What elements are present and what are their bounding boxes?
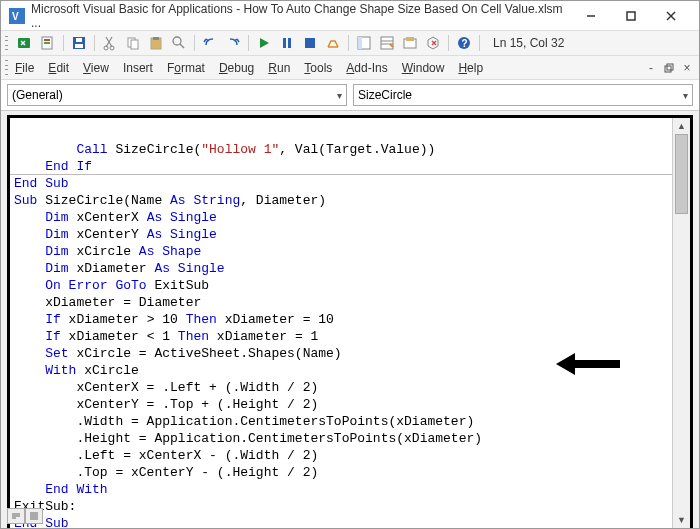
svg-rect-34 [665, 66, 671, 72]
separator [63, 35, 64, 51]
separator [94, 35, 95, 51]
scroll-up-icon[interactable]: ▲ [673, 118, 690, 134]
scroll-thumb[interactable] [675, 134, 688, 214]
grip-icon [5, 34, 10, 52]
menu-debug[interactable]: Debug [219, 61, 254, 75]
menu-run[interactable]: Run [268, 61, 290, 75]
svg-text:?: ? [462, 38, 468, 49]
find-icon[interactable] [169, 33, 189, 53]
object-dropdown[interactable]: (General) ▾ [7, 84, 347, 106]
menu-format[interactable]: Format [167, 61, 205, 75]
procedure-dropdown-value: SizeCircle [358, 88, 412, 102]
svg-rect-21 [283, 38, 286, 48]
toolbar-main: ? Ln 15, Col 32 [1, 31, 699, 56]
menu-tools[interactable]: Tools [304, 61, 332, 75]
app-icon: V [9, 8, 25, 24]
mdi-restore-icon[interactable] [661, 60, 677, 76]
annotation-arrow-icon [555, 351, 621, 377]
vertical-scrollbar[interactable]: ▲ ▼ [672, 118, 690, 528]
scroll-down-icon[interactable]: ▼ [673, 512, 690, 528]
project-explorer-icon[interactable] [354, 33, 374, 53]
separator [348, 35, 349, 51]
object-browser-icon[interactable] [400, 33, 420, 53]
procedure-view-button[interactable] [7, 508, 25, 524]
svg-rect-11 [76, 38, 82, 42]
code-selectors: (General) ▾ SizeCircle ▾ [1, 80, 699, 111]
menu-window[interactable]: Window [402, 61, 445, 75]
procedure-divider [10, 174, 672, 175]
undo-icon[interactable] [200, 33, 220, 53]
view-mode-buttons [7, 508, 43, 524]
menu-edit[interactable]: Edit [48, 61, 69, 75]
window-title: Microsoft Visual Basic for Applications … [31, 2, 571, 30]
svg-point-19 [173, 37, 181, 45]
run-icon[interactable] [254, 33, 274, 53]
separator [194, 35, 195, 51]
minimize-button[interactable] [571, 2, 611, 30]
properties-icon[interactable] [377, 33, 397, 53]
insert-module-icon[interactable] [38, 33, 58, 53]
svg-text:V: V [12, 11, 19, 22]
design-mode-icon[interactable] [323, 33, 343, 53]
cursor-position: Ln 15, Col 32 [493, 36, 564, 50]
menu-insert[interactable]: Insert [123, 61, 153, 75]
separator [448, 35, 449, 51]
redo-icon[interactable] [223, 33, 243, 53]
save-icon[interactable] [69, 33, 89, 53]
full-module-view-button[interactable] [25, 508, 43, 524]
svg-rect-18 [153, 37, 159, 40]
svg-rect-26 [358, 37, 362, 49]
svg-rect-31 [406, 37, 414, 41]
copy-icon[interactable] [123, 33, 143, 53]
close-button[interactable] [651, 2, 691, 30]
grip-icon [5, 59, 10, 77]
procedure-dropdown[interactable]: SizeCircle ▾ [353, 84, 693, 106]
svg-rect-3 [627, 12, 635, 20]
code-text[interactable]: Call SizeCircle("Hollow 1", Val(Target.V… [10, 118, 672, 528]
svg-rect-35 [667, 64, 673, 70]
chevron-down-icon: ▾ [337, 90, 342, 101]
menu-addins[interactable]: Add-Ins [346, 61, 387, 75]
maximize-button[interactable] [611, 2, 651, 30]
svg-line-20 [180, 44, 184, 48]
object-dropdown-value: (General) [12, 88, 63, 102]
menu-file[interactable]: File [15, 61, 34, 75]
help-icon[interactable]: ? [454, 33, 474, 53]
chevron-down-icon: ▾ [683, 90, 688, 101]
svg-rect-16 [131, 40, 138, 49]
code-pane: Call SizeCircle("Hollow 1", Val(Target.V… [1, 111, 699, 529]
view-excel-icon[interactable] [15, 33, 35, 53]
menu-help[interactable]: Help [458, 61, 483, 75]
separator [248, 35, 249, 51]
svg-rect-9 [44, 42, 50, 44]
svg-rect-8 [44, 39, 50, 41]
code-editor[interactable]: Call SizeCircle("Hollow 1", Val(Target.V… [7, 115, 693, 529]
reset-icon[interactable] [300, 33, 320, 53]
separator [479, 35, 480, 51]
mdi-close-icon[interactable]: × [679, 60, 695, 76]
break-icon[interactable] [277, 33, 297, 53]
mdi-minimize-icon[interactable]: - [643, 60, 659, 76]
svg-rect-12 [75, 44, 83, 48]
toolbox-icon[interactable] [423, 33, 443, 53]
cut-icon[interactable] [100, 33, 120, 53]
svg-rect-23 [305, 38, 315, 48]
svg-rect-27 [381, 37, 393, 49]
menubar: File Edit View Insert Format Debug Run T… [1, 56, 699, 80]
titlebar: V Microsoft Visual Basic for Application… [1, 1, 699, 31]
paste-icon[interactable] [146, 33, 166, 53]
menu-view[interactable]: View [83, 61, 109, 75]
svg-rect-22 [288, 38, 291, 48]
